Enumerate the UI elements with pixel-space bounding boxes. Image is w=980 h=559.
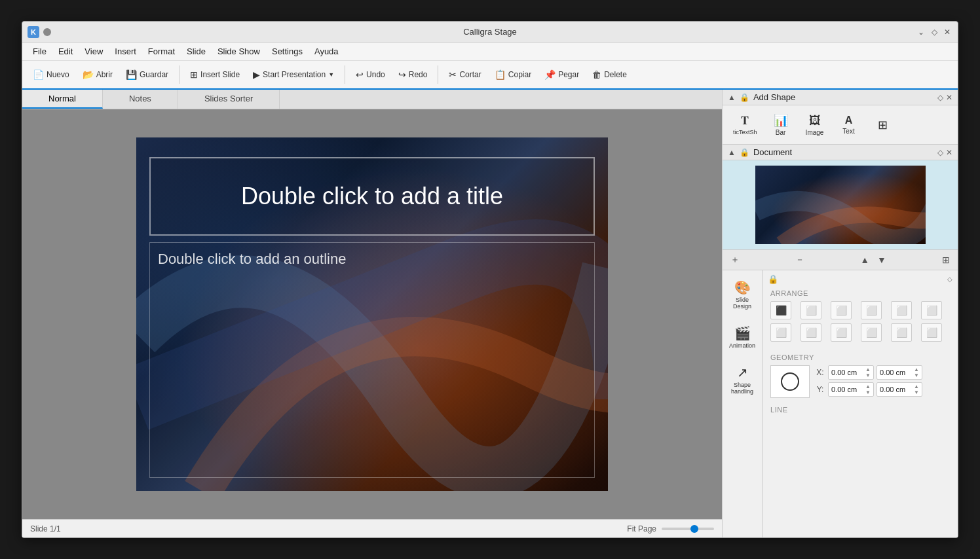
tab-normal[interactable]: Normal: [22, 90, 103, 109]
menu-edit[interactable]: Edit: [53, 45, 78, 58]
nuevo-button[interactable]: 📄 Nuevo: [28, 67, 75, 82]
x-spinner-2[interactable]: ▲▼: [914, 367, 919, 378]
remove-slide-btn[interactable]: －: [793, 253, 807, 267]
slide-canvas-area[interactable]: Double click to add a title Double click…: [22, 109, 722, 519]
y-spinner-1[interactable]: ▲▼: [865, 384, 871, 395]
x-spinner-1[interactable]: ▲▼: [865, 367, 871, 378]
slide[interactable]: Double click to add a title Double click…: [136, 137, 608, 491]
undo-button[interactable]: ↩ Undo: [350, 67, 390, 82]
x-input-1[interactable]: 0.00 cm ▲▼: [828, 365, 874, 380]
document-close-icon[interactable]: ✕: [946, 148, 952, 157]
guardar-button[interactable]: 💾 Guardar: [121, 67, 174, 82]
menu-settings[interactable]: Settings: [267, 45, 308, 58]
panel-lock-row: 🔒 ◇: [765, 273, 955, 285]
arrange-btn-3[interactable]: ⬜: [831, 301, 852, 319]
arrange-btn-9[interactable]: ⬜: [831, 323, 852, 342]
line-label: Line: [770, 406, 950, 414]
add-shape-collapse-icon[interactable]: ▲: [728, 93, 736, 102]
tab-bar: Normal Notes Slides Sorter: [22, 90, 722, 109]
arrange-btn-6[interactable]: ⬜: [921, 301, 942, 319]
add-slide-btn[interactable]: ＋: [728, 253, 742, 267]
insert-slide-button[interactable]: ⊞ Insert Slide: [185, 67, 245, 82]
guardar-label: Guardar: [140, 70, 168, 79]
outline-placeholder-box[interactable]: Double click to add an outline: [149, 242, 595, 478]
menu-help[interactable]: Ayuda: [309, 45, 344, 58]
shape-handling-tool[interactable]: ↗ Shapehandling: [727, 361, 757, 399]
arrange-btn-4[interactable]: ⬜: [861, 301, 882, 319]
menu-slideshow[interactable]: Slide Show: [212, 45, 265, 58]
slide-thumbnail[interactable]: [755, 166, 926, 244]
tool-shapes-grid[interactable]: ⊞: [867, 115, 899, 135]
animation-tool[interactable]: 🎬 Animation: [725, 321, 759, 353]
panel-lock-icon: 🔒: [768, 274, 778, 284]
slide-design-icon: 🎨: [734, 280, 751, 295]
zoom-slider[interactable]: [662, 528, 714, 530]
slide-grid-btn[interactable]: ⊞: [939, 253, 952, 266]
arrange-btn-2[interactable]: ⬜: [801, 301, 821, 319]
document-diamond-icon[interactable]: ◇: [937, 148, 943, 157]
y-spinner-2[interactable]: ▲▼: [914, 384, 919, 395]
abrir-button[interactable]: 📂 Abrir: [77, 67, 118, 82]
arrange-btn-11[interactable]: ⬜: [891, 323, 912, 342]
geometry-label: Geometry: [770, 353, 950, 361]
add-shape-title: Add Shape: [753, 92, 795, 102]
side-tools: 🎨 SlideDesign 🎬 Animation ↗ Shapehandlin…: [723, 270, 763, 537]
cut-button[interactable]: ✂ Cortar: [443, 67, 486, 82]
document-collapse-icon[interactable]: ▲: [728, 148, 736, 157]
title-placeholder-text: Double click to add a title: [241, 183, 503, 210]
tab-notes[interactable]: Notes: [103, 90, 178, 109]
tool-bar[interactable]: 📊 Bar: [765, 111, 797, 139]
undo-icon: ↩: [356, 69, 364, 80]
arrange-btn-8[interactable]: ⬜: [801, 323, 821, 342]
right-panel: ▲ 🔒 Add Shape ◇ ✕ 𝐓 ticTextSh: [722, 90, 958, 537]
close-button[interactable]: ✕: [942, 27, 952, 37]
animation-label: Animation: [729, 342, 755, 349]
menu-insert[interactable]: Insert: [109, 45, 141, 58]
arrange-btn-1[interactable]: ⬛: [770, 301, 791, 319]
menu-file[interactable]: File: [28, 45, 52, 58]
y-input-1[interactable]: 0.00 cm ▲▼: [828, 382, 874, 397]
maximize-button[interactable]: ◇: [929, 27, 939, 37]
slide-up-btn[interactable]: ▲: [857, 253, 872, 266]
x-label: X:: [815, 368, 825, 377]
text-shape-icon: 𝐓: [741, 114, 749, 128]
tool-image[interactable]: 🖼 Image: [799, 111, 831, 139]
menu-slide[interactable]: Slide: [181, 45, 211, 58]
redo-button[interactable]: ↪ Redo: [393, 67, 433, 82]
x-value-2: 0.00 cm: [880, 369, 905, 376]
image-icon: 🖼: [809, 114, 821, 128]
copy-button[interactable]: 📋 Copiar: [489, 67, 537, 82]
tab-slides-sorter[interactable]: Slides Sorter: [178, 90, 280, 109]
nuevo-icon: 📄: [33, 69, 44, 80]
geometry-content: X: 0.00 cm ▲▼ 0.00 cm ▲▼: [770, 365, 950, 399]
minimize-button[interactable]: ⌄: [916, 27, 926, 37]
paste-button[interactable]: 📌 Pegar: [539, 67, 584, 82]
x-input-2[interactable]: 0.00 cm ▲▼: [876, 365, 922, 380]
thumb-nav: ▲ ▼: [857, 253, 889, 266]
menu-format[interactable]: Format: [143, 45, 180, 58]
y-input-2[interactable]: 0.00 cm ▲▼: [876, 382, 922, 397]
add-shape-lock-icon: 🔒: [740, 93, 749, 102]
guardar-icon: 💾: [126, 69, 137, 80]
add-shape-diamond-icon[interactable]: ◇: [937, 93, 943, 102]
insert-slide-label: Insert Slide: [200, 70, 240, 79]
delete-button[interactable]: 🗑 Delete: [587, 67, 632, 82]
arrange-btn-10[interactable]: ⬜: [861, 323, 882, 342]
zoom-thumb[interactable]: [690, 525, 698, 533]
add-shape-close-icon[interactable]: ✕: [946, 93, 952, 102]
slide-down-btn[interactable]: ▼: [875, 253, 889, 266]
slide-design-tool[interactable]: 🎨 SlideDesign: [729, 276, 755, 314]
text-icon: A: [845, 115, 853, 126]
title-placeholder-box[interactable]: Double click to add a title: [149, 157, 595, 236]
tool-text[interactable]: A Text: [833, 112, 865, 137]
arrange-btn-5[interactable]: ⬜: [891, 301, 912, 319]
geometry-y-row: Y: 0.00 cm ▲▼ 0.00 cm ▲▼: [815, 382, 950, 397]
menu-view[interactable]: View: [79, 45, 108, 58]
y-value-1: 0.00 cm: [831, 386, 857, 393]
arrange-btn-7[interactable]: ⬜: [770, 323, 791, 342]
tool-text-shape[interactable]: 𝐓 ticTextSh: [728, 111, 763, 138]
arrange-btn-12[interactable]: ⬜: [921, 323, 942, 342]
dropdown-icon: ▼: [328, 71, 334, 78]
start-presentation-button[interactable]: ▶ Start Presentation ▼: [248, 67, 339, 82]
separator-1: [179, 65, 179, 84]
